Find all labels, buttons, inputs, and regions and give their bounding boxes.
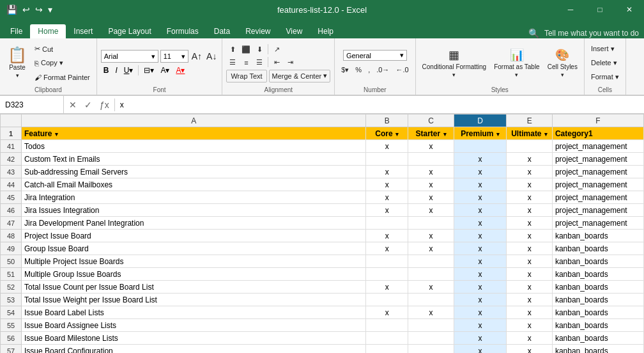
cell-47-3[interactable]: x	[454, 217, 507, 230]
cell-46-2[interactable]: x	[408, 204, 454, 217]
cell-43-0[interactable]: Sub-addressing Email Servers	[22, 166, 366, 178]
cell-56-1[interactable]	[366, 332, 408, 345]
cell-51-4[interactable]: x	[507, 268, 553, 281]
cell-53-1[interactable]	[366, 294, 408, 306]
cell-49-2[interactable]: x	[408, 242, 454, 255]
number-format-select[interactable]: General▾	[343, 50, 407, 61]
cell-52-2[interactable]: x	[408, 281, 454, 294]
font-size-select[interactable]: 11▾	[160, 50, 188, 63]
right-align-btn[interactable]: ☰	[253, 57, 266, 68]
cell-55-0[interactable]: Issue Board Assignee Lists	[22, 319, 366, 332]
fill-color-btn[interactable]: A▾	[158, 65, 172, 76]
cell-41-5[interactable]: project_management	[552, 140, 643, 153]
cell-57-5[interactable]: kanban_boards	[552, 345, 643, 354]
cell-44-5[interactable]: project_management	[552, 178, 643, 191]
cell-43-2[interactable]: x	[408, 166, 454, 178]
orient-btn[interactable]: ↗	[270, 44, 283, 56]
bold-btn[interactable]: B	[101, 65, 112, 76]
cell-55-5[interactable]: kanban_boards	[552, 319, 643, 332]
cell-44-2[interactable]: x	[408, 178, 454, 191]
cell-46-1[interactable]: x	[366, 204, 408, 217]
paste-btn[interactable]: 📋 Paste ▾	[4, 42, 31, 84]
header-cell-1[interactable]: Core ▾	[366, 127, 408, 140]
cancel-formula-btn[interactable]: ✕	[66, 98, 79, 111]
cell-styles-btn[interactable]: 🎨 Cell Styles ▾	[545, 42, 580, 84]
cell-49-0[interactable]: Group Issue Board	[22, 242, 366, 255]
cell-53-5[interactable]: kanban_boards	[552, 294, 643, 306]
cell-54-5[interactable]: kanban_boards	[552, 306, 643, 319]
cell-57-3[interactable]: x	[454, 345, 507, 354]
cell-44-1[interactable]: x	[366, 178, 408, 191]
cell-49-1[interactable]: x	[366, 242, 408, 255]
cell-43-3[interactable]: x	[454, 166, 507, 178]
cell-45-2[interactable]: x	[408, 191, 454, 204]
delete-cells-btn[interactable]: Delete ▾	[588, 57, 622, 70]
cell-49-5[interactable]: kanban_boards	[552, 242, 643, 255]
header-cell-3[interactable]: Premium ▾	[454, 127, 507, 140]
cell-43-4[interactable]: x	[507, 166, 553, 178]
cell-48-2[interactable]: x	[408, 230, 454, 242]
cell-57-2[interactable]	[408, 345, 454, 354]
cell-41-1[interactable]: x	[366, 140, 408, 153]
cell-54-4[interactable]: x	[507, 306, 553, 319]
cell-55-2[interactable]	[408, 319, 454, 332]
cell-57-4[interactable]: x	[507, 345, 553, 354]
cell-42-1[interactable]	[366, 153, 408, 166]
tab-page-layout[interactable]: Page Layout	[100, 24, 158, 38]
conditional-formatting-btn[interactable]: ▦ Conditional Formatting ▾	[420, 42, 489, 84]
indent-decrease-btn[interactable]: ⇤	[270, 57, 283, 68]
cell-55-1[interactable]	[366, 319, 408, 332]
name-box[interactable]: D323	[0, 96, 64, 113]
customize-btn[interactable]: ▾	[47, 3, 54, 16]
cell-54-0[interactable]: Issue Board Label Lists	[22, 306, 366, 319]
formula-input[interactable]: x	[115, 100, 644, 109]
cell-55-4[interactable]: x	[507, 319, 553, 332]
cell-52-4[interactable]: x	[507, 281, 553, 294]
cell-56-5[interactable]: kanban_boards	[552, 332, 643, 345]
cell-45-5[interactable]: project_management	[552, 191, 643, 204]
cell-57-0[interactable]: Issue Board Configuration	[22, 345, 366, 354]
cell-56-2[interactable]	[408, 332, 454, 345]
col-header-C[interactable]: C	[408, 114, 454, 127]
cell-41-3[interactable]	[454, 140, 507, 153]
cell-52-0[interactable]: Total Issue Count per Issue Board List	[22, 281, 366, 294]
col-header-E[interactable]: E	[507, 114, 553, 127]
cell-47-2[interactable]	[408, 217, 454, 230]
italic-btn[interactable]: I	[112, 65, 119, 76]
font-color-btn[interactable]: A▾	[173, 65, 187, 76]
minimize-btn[interactable]: ─	[556, 0, 585, 19]
cell-46-3[interactable]: x	[454, 204, 507, 217]
cell-50-0[interactable]: Multiple Project Issue Boards	[22, 255, 366, 268]
cell-50-5[interactable]: kanban_boards	[552, 255, 643, 268]
tab-data[interactable]: Data	[206, 24, 238, 38]
percent-btn[interactable]: %	[353, 63, 364, 76]
header-cell-4[interactable]: Ultimate ▾	[507, 127, 553, 140]
increase-font-btn[interactable]: A↑	[190, 50, 203, 63]
cell-50-3[interactable]: x	[454, 255, 507, 268]
cell-54-2[interactable]: x	[408, 306, 454, 319]
cell-53-4[interactable]: x	[507, 294, 553, 306]
underline-btn[interactable]: U▾	[121, 65, 136, 76]
middle-align-btn[interactable]: ⬛	[240, 44, 252, 56]
cell-44-0[interactable]: Catch-all Email Mailboxes	[22, 178, 366, 191]
cell-48-3[interactable]: x	[454, 230, 507, 242]
decimal-decrease-btn[interactable]: ←.0	[393, 63, 411, 76]
col-header-A[interactable]: A	[22, 114, 366, 127]
close-btn[interactable]: ✕	[615, 0, 644, 19]
cell-51-0[interactable]: Multiple Group Issue Boards	[22, 268, 366, 281]
cell-52-3[interactable]: x	[454, 281, 507, 294]
cell-45-0[interactable]: Jira Integration	[22, 191, 366, 204]
tab-home[interactable]: Home	[30, 24, 66, 38]
tab-formulas[interactable]: Formulas	[159, 24, 206, 38]
cell-50-2[interactable]	[408, 255, 454, 268]
format-painter-btn[interactable]: 🖌 Format Painter	[32, 71, 93, 84]
cell-45-4[interactable]: x	[507, 191, 553, 204]
header-cell-0[interactable]: Feature ▾	[22, 127, 366, 140]
cell-48-1[interactable]: x	[366, 230, 408, 242]
tab-help[interactable]: Help	[310, 24, 341, 38]
cell-50-1[interactable]	[366, 255, 408, 268]
cell-53-3[interactable]: x	[454, 294, 507, 306]
format-cells-btn[interactable]: Format ▾	[588, 71, 622, 84]
cell-49-3[interactable]: x	[454, 242, 507, 255]
tab-insert[interactable]: Insert	[66, 24, 100, 38]
